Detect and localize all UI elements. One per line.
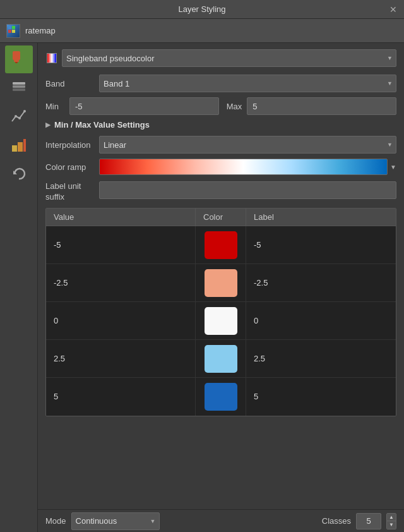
color-ramp-row: Color ramp ▼ bbox=[45, 159, 396, 175]
mode-label: Mode bbox=[45, 516, 66, 526]
sidebar-item-blocks[interactable] bbox=[5, 133, 33, 160]
close-button[interactable]: ✕ bbox=[388, 4, 399, 15]
col-header-color: Color bbox=[196, 209, 246, 226]
min-max-settings-row[interactable]: ▶ Min / Max Value Settings bbox=[45, 120, 396, 130]
color-table: Value Color Label -5 -5 -2.5 -2.5 0 0 bbox=[45, 208, 396, 416]
min-max-settings-title: Min / Max Value Settings bbox=[54, 120, 150, 130]
svg-rect-4 bbox=[13, 51, 20, 60]
table-row[interactable]: -5 -5 bbox=[46, 226, 396, 264]
svg-rect-0 bbox=[8, 26, 11, 29]
cell-label-4: 5 bbox=[246, 378, 396, 416]
chart-icon bbox=[11, 107, 27, 128]
sidebar bbox=[0, 43, 38, 532]
cell-label-0: -5 bbox=[246, 226, 396, 264]
cell-color-4[interactable] bbox=[196, 378, 246, 416]
svg-point-12 bbox=[23, 110, 26, 112]
cell-color-2[interactable] bbox=[196, 302, 246, 340]
color-swatch-3[interactable] bbox=[205, 345, 237, 373]
cell-label-3: 2.5 bbox=[246, 340, 396, 378]
band-row: Band Band 1 bbox=[45, 75, 396, 92]
interpolation-select[interactable]: Linear Discrete Exact bbox=[99, 136, 396, 154]
min-label: Min bbox=[45, 102, 64, 111]
color-ramp-label: Color ramp bbox=[45, 162, 99, 172]
sidebar-item-chart[interactable] bbox=[5, 104, 33, 131]
svg-point-11 bbox=[18, 117, 21, 119]
cell-value-2: 0 bbox=[46, 302, 196, 340]
renderer-row: Singleband pseudocolor Singleband gray M… bbox=[45, 49, 396, 67]
cell-value-0: -5 bbox=[46, 226, 196, 264]
col-header-label: Label bbox=[246, 209, 396, 226]
content-area: Singleband pseudocolor Singleband gray M… bbox=[38, 43, 404, 532]
classes-spin-down[interactable]: ▼ bbox=[387, 521, 396, 529]
cell-value-3: 2.5 bbox=[46, 340, 196, 378]
color-swatch-0[interactable] bbox=[205, 231, 237, 259]
max-input[interactable] bbox=[247, 97, 396, 115]
cell-value-4: 5 bbox=[46, 378, 196, 416]
interpolation-label: Interpolation bbox=[45, 140, 99, 150]
layer-name: ratemap bbox=[25, 26, 56, 35]
renderer-select[interactable]: Singleband pseudocolor Singleband gray M… bbox=[62, 49, 396, 67]
label-unit-suffix-row: Label unitsuffix bbox=[45, 180, 396, 203]
min-input[interactable] bbox=[69, 97, 219, 115]
title-bar: Layer Styling ✕ bbox=[0, 0, 404, 19]
classes-input[interactable] bbox=[356, 513, 381, 529]
cell-label-2: 0 bbox=[246, 302, 396, 340]
classes-label: Classes bbox=[322, 516, 351, 526]
mode-select-wrapper: Continuous Equal interval Quantile Prett… bbox=[71, 512, 160, 530]
svg-rect-6 bbox=[15, 62, 18, 63]
svg-rect-14 bbox=[18, 142, 23, 152]
band-select[interactable]: Band 1 bbox=[99, 75, 396, 92]
layer-icon bbox=[6, 24, 20, 38]
cell-color-0[interactable] bbox=[196, 226, 246, 264]
svg-rect-7 bbox=[13, 82, 25, 85]
sidebar-item-layers[interactable] bbox=[5, 75, 33, 102]
color-table-body: -5 -5 -2.5 -2.5 0 0 2.5 2.5 5 bbox=[46, 226, 396, 416]
title-bar-title: Layer Styling bbox=[178, 4, 225, 14]
color-swatch-4[interactable] bbox=[205, 383, 237, 411]
svg-rect-15 bbox=[23, 139, 26, 152]
band-select-wrapper: Band 1 bbox=[99, 75, 396, 92]
table-row[interactable]: 2.5 2.5 bbox=[46, 340, 396, 378]
undo-icon bbox=[11, 166, 27, 186]
main-layout: Singleband pseudocolor Singleband gray M… bbox=[0, 43, 404, 532]
label-unit-suffix-label: Label unitsuffix bbox=[45, 181, 99, 203]
classes-spinner: ▲ ▼ bbox=[386, 513, 396, 529]
svg-rect-8 bbox=[13, 85, 25, 88]
collapse-arrow-icon: ▶ bbox=[45, 121, 50, 129]
svg-rect-1 bbox=[12, 26, 15, 29]
label-unit-suffix-input[interactable] bbox=[99, 181, 396, 199]
max-label: Max bbox=[227, 102, 242, 111]
color-swatch-1[interactable] bbox=[205, 269, 237, 297]
svg-rect-13 bbox=[12, 145, 17, 152]
col-header-value: Value bbox=[46, 209, 196, 226]
svg-point-10 bbox=[15, 115, 17, 118]
interpolation-row: Interpolation Linear Discrete Exact bbox=[45, 136, 396, 154]
layers-icon bbox=[11, 78, 27, 99]
cell-label-1: -2.5 bbox=[246, 264, 396, 302]
color-table-header: Value Color Label bbox=[46, 209, 396, 226]
interpolation-select-wrapper: Linear Discrete Exact bbox=[99, 136, 396, 154]
color-ramp-dropdown-arrow[interactable]: ▼ bbox=[390, 164, 396, 171]
renderer-color-icon bbox=[45, 52, 58, 64]
sidebar-item-paint[interactable] bbox=[5, 45, 33, 73]
classes-spin-up[interactable]: ▲ bbox=[387, 514, 396, 521]
svg-rect-3 bbox=[12, 30, 15, 33]
svg-rect-2 bbox=[8, 30, 11, 33]
svg-rect-5 bbox=[14, 60, 19, 62]
cell-color-1[interactable] bbox=[196, 264, 246, 302]
min-max-row: Min Max bbox=[45, 97, 396, 115]
paint-icon bbox=[11, 49, 27, 70]
table-row[interactable]: 0 0 bbox=[46, 302, 396, 340]
layer-bar: ratemap bbox=[0, 19, 404, 43]
table-row[interactable]: 5 5 bbox=[46, 378, 396, 416]
table-row[interactable]: -2.5 -2.5 bbox=[46, 264, 396, 302]
blocks-icon bbox=[11, 136, 27, 157]
cell-color-3[interactable] bbox=[196, 340, 246, 378]
bottom-bar: Mode Continuous Equal interval Quantile … bbox=[38, 509, 404, 532]
color-ramp-preview[interactable] bbox=[99, 159, 388, 175]
svg-rect-9 bbox=[13, 88, 25, 91]
color-swatch-2[interactable] bbox=[205, 307, 237, 335]
cell-value-1: -2.5 bbox=[46, 264, 196, 302]
sidebar-item-undo[interactable] bbox=[5, 162, 33, 190]
mode-select[interactable]: Continuous Equal interval Quantile Prett… bbox=[71, 512, 160, 530]
